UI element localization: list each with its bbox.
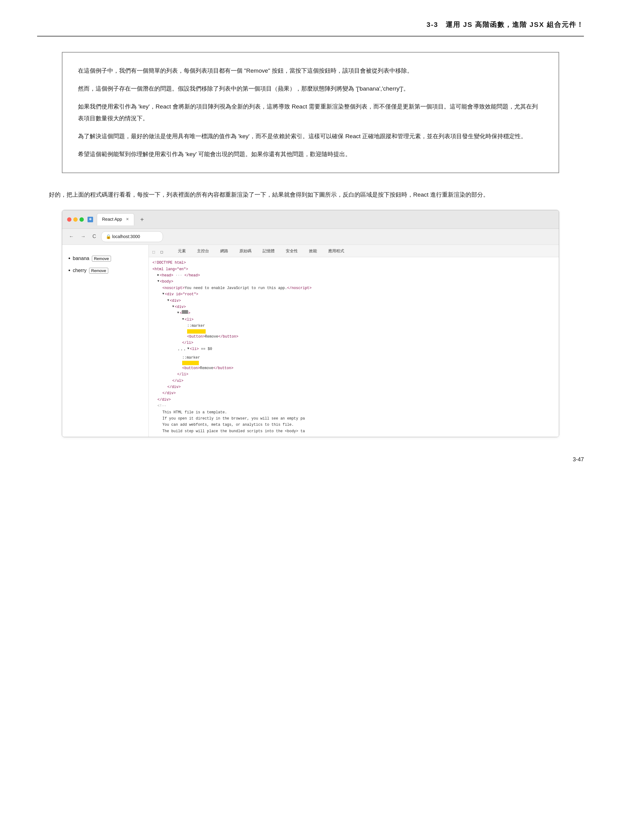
code-line: ::marker — [153, 323, 555, 329]
code-line: </ul> — [153, 378, 555, 384]
code-text: ::marker — [182, 355, 200, 361]
ellipsis-icon: ··· — [177, 346, 186, 354]
browser-tab[interactable]: React App ✕ — [97, 213, 134, 225]
triangle-icon: ▼ — [162, 291, 164, 297]
code-text: <div> — [175, 304, 186, 310]
code-text: <noscript> — [162, 285, 185, 291]
address-bar[interactable]: 🔒 localhost:3000 — [101, 231, 163, 242]
browser-addressbar: ← → C 🔒 localhost:3000 — [62, 229, 559, 245]
devtools-icons: ⬚ □ — [153, 248, 166, 254]
code-line: </li> — [153, 371, 555, 377]
maximize-button-dot[interactable] — [79, 217, 84, 222]
triangle-icon: ▼ — [172, 304, 174, 309]
code-text: </button> — [218, 334, 238, 340]
triangle-icon: ▶ — [158, 272, 159, 278]
code-line: ▼ <div> — [153, 304, 555, 310]
code-text: <body> — [160, 278, 173, 285]
code-text: </ul> — [172, 378, 183, 384]
code-text: <div> — [170, 298, 181, 304]
lock-icon: 🔒 — [106, 234, 111, 239]
device-icon[interactable]: □ — [161, 248, 166, 254]
code-line: ▼ <div id="root"> — [153, 291, 555, 297]
code-line: ▼ < > — [153, 310, 555, 316]
textbox-para-4: 為了解決這個問題，最好的做法是使用具有唯一標識的值作為 'key'，而不是依賴於… — [78, 130, 543, 142]
code-text: <li> — [185, 316, 194, 323]
list-item: • banana Remove — [68, 254, 142, 263]
back-button[interactable]: ← — [67, 232, 76, 242]
devtools-tab-sources[interactable]: 原始碼 — [237, 246, 254, 256]
devtools-tab-application[interactable]: 應用程式 — [326, 246, 347, 256]
tab-close-icon[interactable]: ✕ — [126, 216, 129, 223]
textbox-para-3: 如果我們使用索引作為 'key'，React 會將新的項目陣列視為全新的列表，這… — [78, 101, 543, 124]
new-tab-button[interactable]: + — [138, 214, 147, 225]
code-line: ▼ <body> — [153, 278, 555, 285]
code-line — [153, 329, 555, 334]
code-text: <!-- — [158, 403, 167, 409]
close-button-dot[interactable] — [67, 217, 71, 222]
devtools-tab-console[interactable]: 主控台 — [194, 246, 212, 256]
minimize-button-dot[interactable] — [73, 217, 77, 222]
devtools-toolbar: ⬚ □ 元素 主控台 網路 原始碼 記憶體 安全性 效能 應用程式 — [149, 245, 559, 257]
devtools-tab-security[interactable]: 安全性 — [283, 246, 300, 256]
devtools-code-panel: <!DOCTYPE html> <html lang="en"> ▶ <head… — [149, 257, 559, 437]
code-text: < — [180, 310, 182, 316]
refresh-button[interactable]: C — [91, 232, 98, 242]
list-item: • cherry Remove — [68, 266, 142, 275]
triangle-icon: ▼ — [167, 298, 169, 303]
code-text: ::marker — [187, 323, 205, 329]
devtools-tab-memory[interactable]: 記憶體 — [260, 246, 277, 256]
triangle-icon: ▼ — [182, 316, 184, 322]
forward-button[interactable]: → — [79, 232, 88, 242]
list-text-cherry: cherry — [73, 266, 86, 275]
code-line: This HTML file is a template. — [153, 409, 555, 416]
remove-button-banana[interactable]: Remove — [92, 256, 111, 262]
code-text: </div> — [167, 384, 180, 390]
code-line: <!-- — [153, 403, 555, 409]
textbox-para-1: 在這個例子中，我們有一個簡單的列表，每個列表項目都有一個 "Remove" 按鈕… — [78, 65, 543, 77]
code-line: <noscript> You need to enable JavaScript… — [153, 285, 555, 291]
code-text: == $0 — [199, 346, 212, 352]
code-line: ▼ <div> — [153, 298, 555, 304]
code-text: </div> — [162, 390, 176, 397]
devtools-tab-elements[interactable]: 元素 — [175, 246, 188, 256]
code-line: <!DOCTYPE html> — [153, 260, 555, 266]
browser-titlebar: ⚛ React App ✕ + — [62, 210, 559, 229]
list-text-banana: banana — [73, 254, 89, 263]
list-bullet-2: • — [68, 268, 70, 273]
code-line: ··· ▼ <li> == $0 — [153, 346, 555, 354]
code-line: <button> Remove </button> — [153, 334, 555, 340]
code-line: </li> — [153, 340, 555, 346]
text-box: 在這個例子中，我們有一個簡單的列表，每個列表項目都有一個 "Remove" 按鈕… — [62, 52, 559, 173]
code-text: You can add webfonts, meta tags, or anal… — [162, 422, 294, 428]
code-text: <html lang="en"> — [153, 266, 188, 272]
code-text: </div> — [158, 397, 171, 403]
code-line — [153, 361, 555, 365]
code-text: <li> — [190, 346, 199, 352]
code-line: ::marker — [153, 355, 555, 361]
devtools-tab-network[interactable]: 網路 — [218, 246, 231, 256]
triangle-icon: ▼ — [158, 278, 159, 284]
tab-favicon: ⚛ — [88, 217, 93, 222]
code-line: </div> — [153, 397, 555, 403]
code-text: </li> — [177, 371, 188, 377]
code-text: <div id="root"> — [165, 291, 198, 297]
highlighted-text-2 — [182, 361, 199, 365]
main-text: 好的，把上面的程式碼運行看看，每按一下，列表裡面的所有內容都重新渲染了一下，結果… — [37, 189, 584, 201]
code-placeholder — [182, 310, 188, 314]
code-text: </button> — [214, 365, 233, 371]
code-text: If you open it directly in the browser, … — [162, 416, 305, 422]
textbox-para-5: 希望這個範例能幫到你理解使用索引作為 'key' 可能會出現的問題。如果你還有其… — [78, 148, 543, 160]
code-line: If you open it directly in the browser, … — [153, 416, 555, 422]
code-text: </li> — [182, 340, 193, 346]
highlighted-text — [187, 329, 206, 334]
code-line: </div> — [153, 390, 555, 397]
tab-label: React App — [102, 215, 122, 223]
browser-left-pane: • banana Remove • cherry Remove — [62, 245, 149, 437]
remove-button-cherry[interactable]: Remove — [89, 268, 108, 274]
devtools-tab-performance[interactable]: 效能 — [306, 246, 320, 256]
browser-screenshot: ⚛ React App ✕ + ← → C 🔒 localhost:3000 •… — [62, 210, 559, 437]
list-bullet-1: • — [68, 256, 70, 261]
code-text: <head> — [160, 272, 173, 278]
code-text: > — [188, 310, 190, 316]
cursor-icon[interactable]: ⬚ — [153, 248, 158, 254]
